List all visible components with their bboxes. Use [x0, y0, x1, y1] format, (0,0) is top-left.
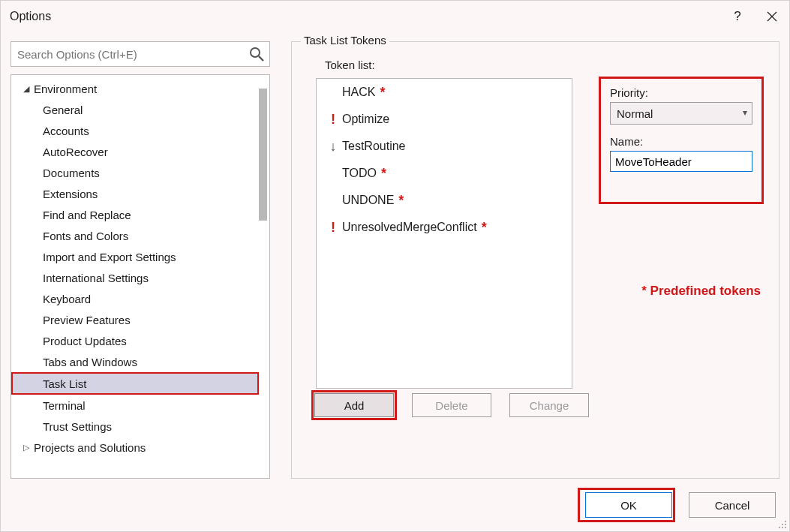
- options-tree[interactable]: ◢EnvironmentGeneralAccountsAutoRecoverDo…: [11, 74, 270, 479]
- tree-item-label: International Settings: [43, 272, 149, 284]
- priority-low-icon: ↓: [324, 139, 342, 155]
- svg-point-7: [785, 527, 786, 528]
- predefined-star-icon: *: [381, 166, 386, 182]
- priority-label: Priority:: [610, 86, 752, 99]
- tree-item[interactable]: Extensions: [13, 183, 259, 204]
- priority-combo[interactable]: Normal ▾: [610, 102, 752, 125]
- svg-point-5: [779, 527, 780, 528]
- name-input[interactable]: [610, 151, 752, 172]
- predefined-star-icon: *: [380, 85, 385, 101]
- token-row[interactable]: !Optimize: [317, 106, 572, 133]
- priority-value: Normal: [617, 107, 653, 120]
- svg-point-4: [785, 524, 786, 525]
- tree-item[interactable]: Preview Features: [13, 309, 259, 330]
- ok-button[interactable]: OK: [585, 492, 672, 518]
- token-row[interactable]: ↓TestRoutine: [317, 133, 572, 160]
- chevron-down-icon: ◢: [23, 84, 34, 94]
- tree-item[interactable]: Accounts: [13, 120, 259, 141]
- chevron-down-icon: ▾: [743, 107, 747, 118]
- tree-item[interactable]: Find and Replace: [13, 204, 259, 225]
- tree-item-label: Terminal: [43, 399, 86, 412]
- tree-item-label: Preview Features: [43, 314, 131, 326]
- tree-item-label: Projects and Solutions: [34, 441, 146, 454]
- tree-item-label: Keyboard: [43, 293, 91, 305]
- tree-item-selected[interactable]: Task List: [11, 372, 259, 395]
- token-label: UnresolvedMergeConflict: [342, 221, 477, 234]
- add-button[interactable]: Add: [314, 393, 394, 417]
- tree-item[interactable]: Terminal: [13, 395, 259, 416]
- token-label: TestRoutine: [342, 140, 406, 153]
- priority-normal-icon: [324, 85, 342, 101]
- priority-high-icon: !: [324, 220, 342, 236]
- tree-item-label: Tabs and Windows: [43, 356, 137, 368]
- token-label: TODO: [342, 167, 377, 180]
- tree-item[interactable]: ▷Projects and Solutions: [13, 437, 259, 458]
- tree-item-label: Extensions: [43, 188, 98, 200]
- window-title: Options: [10, 10, 51, 23]
- delete-button[interactable]: Delete: [412, 393, 491, 417]
- search-icon: [248, 46, 265, 62]
- predefined-legend: * Predefined tokens: [641, 284, 761, 299]
- token-label: UNDONE: [342, 194, 394, 207]
- tree-item[interactable]: Tabs and Windows: [13, 351, 259, 372]
- svg-line-1: [259, 56, 263, 61]
- predefined-star-icon: *: [482, 220, 487, 236]
- tree-item[interactable]: Import and Export Settings: [13, 246, 259, 267]
- priority-normal-icon: [324, 166, 342, 182]
- tree-item-label: Trust Settings: [43, 420, 112, 433]
- token-label: HACK: [342, 86, 375, 99]
- svg-point-2: [785, 521, 786, 522]
- tree-item[interactable]: Trust Settings: [13, 416, 259, 437]
- tree-item[interactable]: International Settings: [13, 267, 259, 288]
- priority-high-icon: !: [324, 112, 342, 128]
- tree-item-label: Task List: [43, 377, 86, 390]
- cancel-button[interactable]: Cancel: [689, 492, 776, 518]
- token-properties: Priority: Normal ▾ Name:: [599, 77, 764, 204]
- close-icon: [767, 11, 777, 22]
- token-label: Optimize: [342, 113, 389, 126]
- tree-item[interactable]: Keyboard: [13, 288, 259, 309]
- tree-item-label: Product Updates: [43, 335, 127, 347]
- svg-point-0: [251, 48, 260, 57]
- priority-normal-icon: [324, 193, 342, 209]
- tree-item-label: Import and Export Settings: [43, 251, 176, 263]
- scrollbar-thumb[interactable]: [259, 89, 267, 221]
- tree-item-label: Documents: [43, 167, 100, 179]
- name-label: Name:: [610, 135, 752, 148]
- tree-item-label: Accounts: [43, 125, 89, 137]
- token-list[interactable]: HACK*!Optimize↓TestRoutine TODO* UNDONE*…: [316, 78, 572, 389]
- tree-item-label: Environment: [34, 83, 97, 95]
- tree-item[interactable]: General: [13, 99, 259, 120]
- tree-item[interactable]: AutoRecover: [13, 141, 259, 162]
- group-title: Task List Tokens: [301, 34, 389, 47]
- chevron-right-icon: ▷: [23, 443, 34, 452]
- titlebar: Options ?: [1, 1, 789, 32]
- tree-item-label: AutoRecover: [43, 146, 108, 158]
- svg-point-6: [782, 527, 783, 528]
- help-button[interactable]: ?: [720, 1, 755, 32]
- task-list-tokens-group: Task List Tokens Token list: HACK*!Optim…: [291, 41, 779, 479]
- predefined-star-icon: *: [398, 193, 404, 209]
- token-row[interactable]: HACK*: [317, 79, 572, 106]
- tree-item[interactable]: Product Updates: [13, 330, 259, 351]
- tree-item-label: General: [43, 104, 83, 116]
- resize-grip-icon[interactable]: [777, 519, 788, 530]
- svg-point-3: [782, 524, 783, 525]
- change-button[interactable]: Change: [509, 393, 589, 417]
- tree-item-label: Fonts and Colors: [43, 230, 128, 242]
- token-row[interactable]: UNDONE*: [317, 187, 572, 214]
- tree-item-label: Find and Replace: [43, 209, 131, 221]
- search-input[interactable]: [11, 42, 269, 66]
- token-list-label: Token list:: [325, 59, 765, 71]
- token-row[interactable]: !UnresolvedMergeConflict*: [317, 214, 572, 241]
- token-row[interactable]: TODO*: [317, 160, 572, 187]
- search-field[interactable]: [11, 41, 270, 67]
- close-button[interactable]: [755, 1, 789, 32]
- tree-item[interactable]: Fonts and Colors: [13, 225, 259, 246]
- tree-item[interactable]: Documents: [13, 162, 259, 183]
- tree-item[interactable]: ◢Environment: [13, 78, 259, 99]
